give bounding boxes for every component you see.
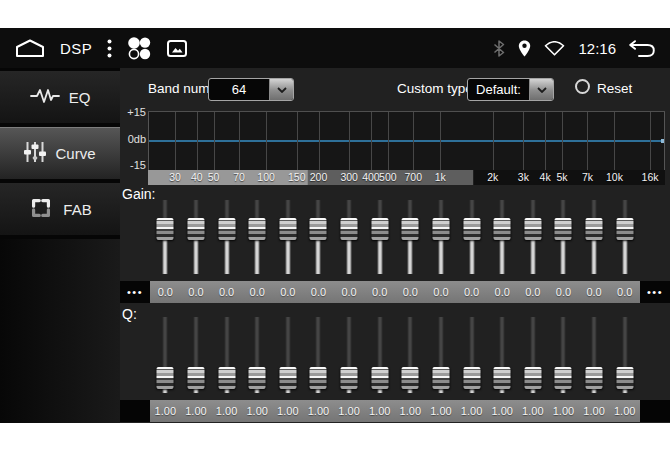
slider-rail-lower <box>193 238 198 274</box>
back-arrow-icon[interactable] <box>629 40 655 57</box>
slider-thumb[interactable] <box>616 367 633 389</box>
dropdown-button[interactable] <box>529 79 553 100</box>
gridline <box>197 112 198 170</box>
sidebar-item-curve[interactable]: Curve <box>0 127 120 179</box>
y-tick-plus15: +15 <box>120 106 146 118</box>
q-slider-12[interactable] <box>487 317 518 395</box>
gain-slider-16[interactable] <box>609 200 640 276</box>
gain-more-left-button[interactable]: ••• <box>120 281 150 303</box>
gain-slider-10[interactable] <box>426 200 457 276</box>
gain-slider-1[interactable] <box>150 200 181 276</box>
dropdown-button[interactable] <box>269 79 293 100</box>
gain-slider-5[interactable] <box>273 200 304 276</box>
slider-thumb[interactable] <box>586 367 603 389</box>
sidebar-filler-panel <box>0 239 120 423</box>
gain-slider-12[interactable] <box>487 200 518 276</box>
q-slider-8[interactable] <box>364 317 395 395</box>
slider-thumb[interactable] <box>371 367 388 389</box>
gallery-icon[interactable] <box>167 40 187 57</box>
reset-radio[interactable] <box>575 79 590 94</box>
slider-thumb[interactable] <box>616 218 633 240</box>
slider-thumb[interactable] <box>432 218 449 240</box>
gain-slider-15[interactable] <box>579 200 610 276</box>
gain-slider-6[interactable] <box>303 200 334 276</box>
plot-edge-line <box>148 112 149 170</box>
q-slider-1[interactable] <box>150 317 181 395</box>
gridline <box>587 112 588 170</box>
slider-thumb[interactable] <box>463 367 480 389</box>
slider-thumb[interactable] <box>187 367 204 389</box>
sidebar-item-fab[interactable]: FAB <box>0 183 120 235</box>
q-slider-5[interactable] <box>273 317 304 395</box>
slider-thumb[interactable] <box>402 218 419 240</box>
slider-thumb[interactable] <box>310 367 327 389</box>
q-slider-11[interactable] <box>456 317 487 395</box>
gain-more-right-button[interactable]: ••• <box>640 281 670 303</box>
slider-rail-upper <box>255 317 260 369</box>
gain-slider-14[interactable] <box>548 200 579 276</box>
slider-thumb[interactable] <box>586 218 603 240</box>
slider-thumb[interactable] <box>187 218 204 240</box>
slider-rail-lower <box>255 238 260 274</box>
freq-tick-label: 4k <box>540 171 551 183</box>
q-slider-6[interactable] <box>303 317 334 395</box>
slider-thumb[interactable] <box>494 367 511 389</box>
slider-thumb[interactable] <box>463 218 480 240</box>
gain-slider-11[interactable] <box>456 200 487 276</box>
q-slider-3[interactable] <box>211 317 242 395</box>
slider-rail-lower <box>224 238 229 274</box>
slider-rail-upper <box>438 200 443 220</box>
slider-thumb[interactable] <box>310 218 327 240</box>
gain-slider-2[interactable] <box>181 200 212 276</box>
slider-thumb[interactable] <box>371 218 388 240</box>
slider-thumb[interactable] <box>494 218 511 240</box>
slider-thumb[interactable] <box>555 367 572 389</box>
slider-thumb[interactable] <box>432 367 449 389</box>
slider-thumb[interactable] <box>279 218 296 240</box>
slider-thumb[interactable] <box>341 218 358 240</box>
q-slider-15[interactable] <box>579 317 610 395</box>
q-slider-4[interactable] <box>242 317 273 395</box>
q-slider-14[interactable] <box>548 317 579 395</box>
reset-label: Reset <box>597 81 632 96</box>
slider-thumb[interactable] <box>524 218 541 240</box>
gain-value-8: 0.0 <box>364 281 395 303</box>
slider-thumb[interactable] <box>157 218 174 240</box>
sidebar-item-eq[interactable]: EQ <box>0 71 120 123</box>
apps-clover-icon[interactable] <box>127 36 152 61</box>
slider-thumb[interactable] <box>249 218 266 240</box>
slider-rail-upper <box>316 200 321 220</box>
gain-value-15: 0.0 <box>579 281 610 303</box>
slider-thumb[interactable] <box>555 218 572 240</box>
gain-slider-7[interactable] <box>334 200 365 276</box>
gain-slider-3[interactable] <box>211 200 242 276</box>
q-slider-10[interactable] <box>426 317 457 395</box>
q-slider-9[interactable] <box>395 317 426 395</box>
q-slider-7[interactable] <box>334 317 365 395</box>
custom-type-dropdown[interactable]: Default: <box>467 78 554 101</box>
menu-dots-icon[interactable] <box>107 39 112 58</box>
slider-thumb[interactable] <box>218 218 235 240</box>
slider-thumb[interactable] <box>157 367 174 389</box>
gain-slider-4[interactable] <box>242 200 273 276</box>
q-slider-2[interactable] <box>181 317 212 395</box>
freq-tick-label: 40 <box>191 171 203 183</box>
band-num-dropdown[interactable]: 64 <box>208 78 294 101</box>
gain-slider-13[interactable] <box>518 200 549 276</box>
gain-slider-9[interactable] <box>395 200 426 276</box>
slider-thumb[interactable] <box>341 367 358 389</box>
slider-rail-lower <box>377 238 382 274</box>
home-icon[interactable] <box>15 39 45 57</box>
slider-rail-lower <box>163 238 168 274</box>
dsp-app-window: DSP <box>0 28 670 423</box>
q-slider-row <box>150 317 640 395</box>
q-slider-13[interactable] <box>518 317 549 395</box>
slider-thumb[interactable] <box>218 367 235 389</box>
gain-slider-8[interactable] <box>364 200 395 276</box>
q-slider-16[interactable] <box>609 317 640 395</box>
slider-thumb[interactable] <box>524 367 541 389</box>
freq-tick-label: 16k <box>642 171 659 183</box>
slider-thumb[interactable] <box>402 367 419 389</box>
slider-thumb[interactable] <box>279 367 296 389</box>
slider-thumb[interactable] <box>249 367 266 389</box>
